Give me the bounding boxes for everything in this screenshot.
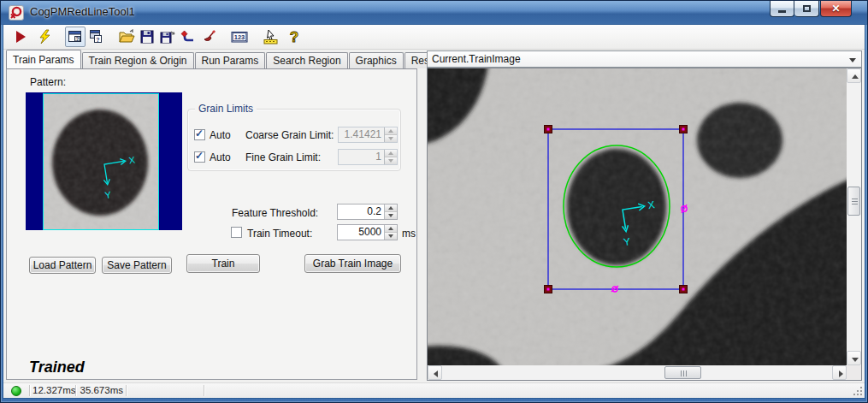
train-timeout-unit: ms (402, 228, 416, 240)
revert-icon[interactable] (178, 27, 198, 47)
edit-brush-icon[interactable] (198, 27, 219, 47)
vertical-scroll-thumb[interactable] (847, 187, 860, 216)
grain-limits-group: Grain Limits Auto Coarse Grain Limit: 1.… (187, 109, 401, 171)
combo-dropdown-icon (849, 58, 856, 62)
save-file-icon[interactable] (137, 27, 157, 47)
scroll-up-button[interactable] (847, 68, 861, 83)
save-as-icon[interactable] (157, 27, 178, 47)
tab-search-region[interactable]: Search Region (266, 52, 347, 68)
close-icon: ✕ (831, 3, 840, 15)
scroll-right-icon (839, 370, 843, 377)
client-area: ? ? (3, 25, 865, 398)
tool-window: CogPMRedLineTool1 ✕ ? (0, 0, 868, 403)
tab-strip: Train Params Train Region & Origin Run P… (6, 50, 453, 68)
resize-grip[interactable] (853, 386, 863, 396)
grab-train-image-button[interactable]: Grab Train Image (304, 254, 401, 273)
vertical-scrollbar[interactable] (847, 68, 861, 365)
electric-run-icon[interactable] (34, 27, 55, 47)
tab-graphics[interactable]: Graphics (349, 52, 404, 68)
window-title: CogPMRedLineTool1 (30, 5, 135, 18)
maximize-icon (803, 5, 811, 12)
load-pattern-button[interactable]: Load Pattern (29, 257, 96, 274)
coarse-grain-limit-field[interactable]: 1.41421 (338, 127, 398, 143)
pattern-image: X Y (43, 93, 159, 230)
svg-text:?: ? (76, 36, 80, 42)
numeric-display-icon[interactable]: 123 (229, 27, 250, 47)
scroll-left-icon (434, 370, 438, 377)
train-image-view: X Y (427, 68, 862, 381)
pattern-preview-box: X Y (26, 92, 182, 230)
scroll-right-button[interactable] (832, 365, 847, 380)
scroll-up-icon (852, 74, 859, 79)
titlebar[interactable]: CogPMRedLineTool1 ✕ (1, 1, 867, 25)
tab-train-region-origin[interactable]: Train Region & Origin (82, 52, 194, 68)
coarse-auto-checkbox[interactable] (194, 129, 205, 140)
feature-threshold-spinner[interactable] (384, 204, 397, 219)
float-tool-window-icon[interactable]: ? (86, 27, 106, 47)
train-timeout-label: Train Timeout: (247, 228, 312, 240)
horizontal-scrollbar[interactable] (428, 365, 847, 380)
fine-grain-spinner[interactable] (384, 150, 397, 164)
coarse-grain-spinner[interactable] (384, 127, 397, 142)
run-icon[interactable] (10, 27, 31, 47)
feature-threshold-field[interactable]: 0.2 (337, 204, 398, 220)
image-selector-combobox[interactable]: Current.TrainImage (427, 50, 862, 68)
horizontal-scroll-thumb[interactable] (664, 366, 701, 379)
feature-threshold-label: Feature Threshold: (232, 207, 318, 219)
train-button[interactable]: Train (186, 254, 260, 273)
train-timeout-checkbox[interactable] (231, 227, 242, 238)
fine-grain-limit-field[interactable]: 1 (338, 149, 398, 165)
close-button[interactable]: ✕ (820, 1, 852, 17)
grain-limits-title: Grain Limits (195, 103, 257, 115)
fine-grain-limit-label: Fine Grain Limit: (245, 151, 321, 163)
tab-run-params[interactable]: Run Params (195, 52, 266, 68)
minimize-icon (778, 10, 786, 13)
app-icon (9, 5, 24, 21)
open-file-icon[interactable] (116, 27, 137, 47)
minimize-button[interactable] (770, 1, 794, 17)
train-image-canvas[interactable]: X Y (428, 68, 847, 365)
help-icon-text: ? (290, 29, 298, 44)
tab-train-params[interactable]: Train Params (6, 50, 81, 68)
trained-status: Trained (29, 359, 85, 376)
numbers-icon-text: 123 (234, 33, 245, 41)
pattern-label: Pattern: (30, 76, 66, 88)
status-time-total: 35.673ms (79, 385, 123, 395)
status-bar: 12.327ms 35.673ms (3, 382, 865, 398)
svg-text:?: ? (96, 37, 99, 43)
maximize-button[interactable] (794, 1, 819, 17)
status-time-execution: 12.327ms (32, 385, 73, 395)
scroll-down-icon (852, 358, 859, 362)
help-icon[interactable]: ? (284, 27, 304, 47)
show-tool-window-icon[interactable]: ? (65, 27, 86, 47)
coarse-auto-label: Auto (210, 129, 231, 141)
status-dot (11, 386, 21, 396)
fine-auto-label: Auto (210, 151, 231, 163)
train-params-page: Pattern: (6, 68, 417, 380)
train-timeout-spinner[interactable] (384, 225, 397, 240)
coarse-grain-limit-label: Coarse Grain Limit: (245, 129, 334, 141)
measure-ruler-icon[interactable] (260, 27, 280, 47)
scrollbar-corner (847, 365, 861, 380)
toolbar: ? ? (3, 25, 865, 50)
scroll-left-button[interactable] (428, 365, 442, 380)
save-pattern-button[interactable]: Save Pattern (102, 257, 172, 274)
scroll-down-button[interactable] (847, 351, 861, 365)
train-timeout-field[interactable]: 5000 (337, 224, 398, 240)
fine-auto-checkbox[interactable] (194, 151, 205, 163)
